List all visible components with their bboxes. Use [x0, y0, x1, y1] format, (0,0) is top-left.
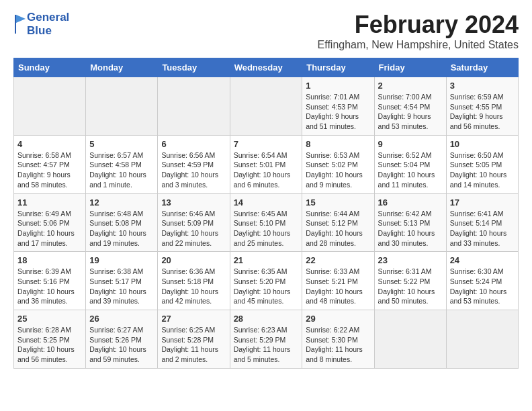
- calendar-cell: 24Sunrise: 6:30 AMSunset: 5:24 PMDayligh…: [446, 252, 518, 310]
- day-info: Sunrise: 6:27 AMSunset: 5:26 PMDaylight:…: [89, 325, 154, 365]
- calendar-cell: 1Sunrise: 7:01 AMSunset: 4:53 PMDaylight…: [302, 77, 374, 136]
- day-info: Sunrise: 6:28 AMSunset: 5:25 PMDaylight:…: [17, 325, 82, 365]
- day-number: 13: [161, 197, 226, 208]
- calendar-cell: [230, 77, 302, 136]
- day-info: Sunrise: 6:48 AMSunset: 5:08 PMDaylight:…: [89, 209, 154, 248]
- day-info: Sunrise: 6:58 AMSunset: 4:57 PMDaylight:…: [17, 150, 82, 190]
- calendar-cell: 3Sunrise: 6:59 AMSunset: 4:55 PMDaylight…: [446, 77, 518, 136]
- calendar-cell: [446, 310, 518, 369]
- calendar-cell: 25Sunrise: 6:28 AMSunset: 5:25 PMDayligh…: [14, 310, 86, 369]
- day-info: Sunrise: 6:31 AMSunset: 5:22 PMDaylight:…: [378, 267, 443, 306]
- calendar-cell: 8Sunrise: 6:53 AMSunset: 5:02 PMDaylight…: [302, 135, 374, 193]
- day-info: Sunrise: 7:01 AMSunset: 4:53 PMDaylight:…: [306, 92, 370, 132]
- logo-blue-text: Blue: [27, 24, 69, 38]
- day-info: Sunrise: 6:23 AMSunset: 5:29 PMDaylight:…: [234, 325, 299, 365]
- header-row: Sunday Monday Tuesday Wednesday Thursday…: [14, 58, 519, 77]
- day-info: Sunrise: 6:52 AMSunset: 5:04 PMDaylight:…: [378, 150, 443, 190]
- day-info: Sunrise: 7:00 AMSunset: 4:54 PMDaylight:…: [378, 92, 443, 132]
- day-info: Sunrise: 6:38 AMSunset: 5:17 PMDaylight:…: [89, 267, 154, 306]
- svg-rect-1: [15, 15, 16, 34]
- day-info: Sunrise: 6:35 AMSunset: 5:20 PMDaylight:…: [234, 267, 299, 306]
- location-title: Effingham, New Hampshire, United States: [318, 39, 519, 51]
- calendar-cell: 12Sunrise: 6:48 AMSunset: 5:08 PMDayligh…: [86, 193, 158, 252]
- calendar-cell: 19Sunrise: 6:38 AMSunset: 5:17 PMDayligh…: [86, 252, 158, 310]
- logo: General Blue: [13, 11, 69, 37]
- day-number: 4: [17, 139, 82, 149]
- svg-marker-0: [16, 15, 26, 23]
- calendar-week-5: 25Sunrise: 6:28 AMSunset: 5:25 PMDayligh…: [14, 310, 519, 369]
- calendar-cell: [86, 77, 158, 136]
- day-number: 12: [89, 197, 154, 208]
- day-number: 19: [89, 255, 154, 265]
- calendar-cell: 10Sunrise: 6:50 AMSunset: 5:05 PMDayligh…: [446, 135, 518, 193]
- day-number: 25: [17, 314, 82, 324]
- col-tuesday: Tuesday: [158, 58, 230, 77]
- calendar-week-3: 11Sunrise: 6:49 AMSunset: 5:06 PMDayligh…: [14, 193, 519, 252]
- day-number: 24: [450, 255, 515, 265]
- calendar-week-2: 4Sunrise: 6:58 AMSunset: 4:57 PMDaylight…: [14, 135, 519, 193]
- col-thursday: Thursday: [302, 58, 374, 77]
- day-number: 20: [161, 255, 226, 265]
- day-number: 1: [306, 81, 370, 91]
- day-number: 27: [161, 314, 226, 324]
- col-sunday: Sunday: [14, 58, 86, 77]
- calendar-cell: 2Sunrise: 7:00 AMSunset: 4:54 PMDaylight…: [374, 77, 446, 136]
- day-info: Sunrise: 6:33 AMSunset: 5:21 PMDaylight:…: [306, 267, 370, 306]
- calendar-cell: 15Sunrise: 6:44 AMSunset: 5:12 PMDayligh…: [302, 193, 374, 252]
- day-number: 26: [89, 314, 154, 324]
- day-number: 18: [17, 255, 82, 265]
- calendar-cell: 28Sunrise: 6:23 AMSunset: 5:29 PMDayligh…: [230, 310, 302, 369]
- day-number: 21: [234, 255, 299, 265]
- day-info: Sunrise: 6:59 AMSunset: 4:55 PMDaylight:…: [450, 92, 515, 132]
- logo-general-text: General: [27, 11, 69, 24]
- day-info: Sunrise: 6:44 AMSunset: 5:12 PMDaylight:…: [306, 209, 370, 248]
- day-number: 3: [450, 81, 515, 91]
- logo-text-block: General Blue: [27, 11, 69, 37]
- calendar-cell: 22Sunrise: 6:33 AMSunset: 5:21 PMDayligh…: [302, 252, 374, 310]
- calendar-cell: 11Sunrise: 6:49 AMSunset: 5:06 PMDayligh…: [14, 193, 86, 252]
- day-number: 7: [234, 139, 299, 149]
- calendar-cell: 4Sunrise: 6:58 AMSunset: 4:57 PMDaylight…: [14, 135, 86, 193]
- day-number: 16: [378, 197, 443, 208]
- calendar-cell: 27Sunrise: 6:25 AMSunset: 5:28 PMDayligh…: [158, 310, 230, 369]
- col-wednesday: Wednesday: [230, 58, 302, 77]
- calendar-cell: 13Sunrise: 6:46 AMSunset: 5:09 PMDayligh…: [158, 193, 230, 252]
- day-number: 15: [306, 197, 370, 208]
- calendar-cell: 6Sunrise: 6:56 AMSunset: 4:59 PMDaylight…: [158, 135, 230, 193]
- calendar-cell: 29Sunrise: 6:22 AMSunset: 5:30 PMDayligh…: [302, 310, 374, 369]
- month-title: February 2024: [318, 11, 519, 39]
- day-info: Sunrise: 6:56 AMSunset: 4:59 PMDaylight:…: [161, 150, 226, 190]
- calendar-cell: 14Sunrise: 6:45 AMSunset: 5:10 PMDayligh…: [230, 193, 302, 252]
- calendar-cell: 16Sunrise: 6:42 AMSunset: 5:13 PMDayligh…: [374, 193, 446, 252]
- calendar-cell: 9Sunrise: 6:52 AMSunset: 5:04 PMDaylight…: [374, 135, 446, 193]
- calendar-cell: [158, 77, 230, 136]
- day-info: Sunrise: 6:36 AMSunset: 5:18 PMDaylight:…: [161, 267, 226, 306]
- day-info: Sunrise: 6:53 AMSunset: 5:02 PMDaylight:…: [306, 150, 370, 190]
- day-info: Sunrise: 6:57 AMSunset: 4:58 PMDaylight:…: [89, 150, 154, 190]
- day-number: 29: [306, 314, 370, 324]
- calendar-week-4: 18Sunrise: 6:39 AMSunset: 5:16 PMDayligh…: [14, 252, 519, 310]
- day-info: Sunrise: 6:49 AMSunset: 5:06 PMDaylight:…: [17, 209, 82, 248]
- day-number: 23: [378, 255, 443, 265]
- day-info: Sunrise: 6:30 AMSunset: 5:24 PMDaylight:…: [450, 267, 515, 306]
- calendar-cell: [14, 77, 86, 136]
- calendar-cell: 5Sunrise: 6:57 AMSunset: 4:58 PMDaylight…: [86, 135, 158, 193]
- calendar-table: Sunday Monday Tuesday Wednesday Thursday…: [13, 58, 519, 369]
- calendar-cell: 7Sunrise: 6:54 AMSunset: 5:01 PMDaylight…: [230, 135, 302, 193]
- day-number: 6: [161, 139, 226, 149]
- day-number: 9: [378, 139, 443, 149]
- calendar-cell: 20Sunrise: 6:36 AMSunset: 5:18 PMDayligh…: [158, 252, 230, 310]
- col-friday: Friday: [374, 58, 446, 77]
- day-info: Sunrise: 6:54 AMSunset: 5:01 PMDaylight:…: [234, 150, 299, 190]
- calendar-cell: 21Sunrise: 6:35 AMSunset: 5:20 PMDayligh…: [230, 252, 302, 310]
- logo-flag-icon: [13, 12, 27, 36]
- day-number: 11: [17, 197, 82, 208]
- day-info: Sunrise: 6:50 AMSunset: 5:05 PMDaylight:…: [450, 150, 515, 190]
- day-info: Sunrise: 6:25 AMSunset: 5:28 PMDaylight:…: [161, 325, 226, 365]
- calendar-cell: 23Sunrise: 6:31 AMSunset: 5:22 PMDayligh…: [374, 252, 446, 310]
- calendar-cell: 18Sunrise: 6:39 AMSunset: 5:16 PMDayligh…: [14, 252, 86, 310]
- day-info: Sunrise: 6:22 AMSunset: 5:30 PMDaylight:…: [306, 325, 370, 365]
- day-number: 17: [450, 197, 515, 208]
- day-number: 2: [378, 81, 443, 91]
- logo-container: General Blue: [13, 11, 69, 37]
